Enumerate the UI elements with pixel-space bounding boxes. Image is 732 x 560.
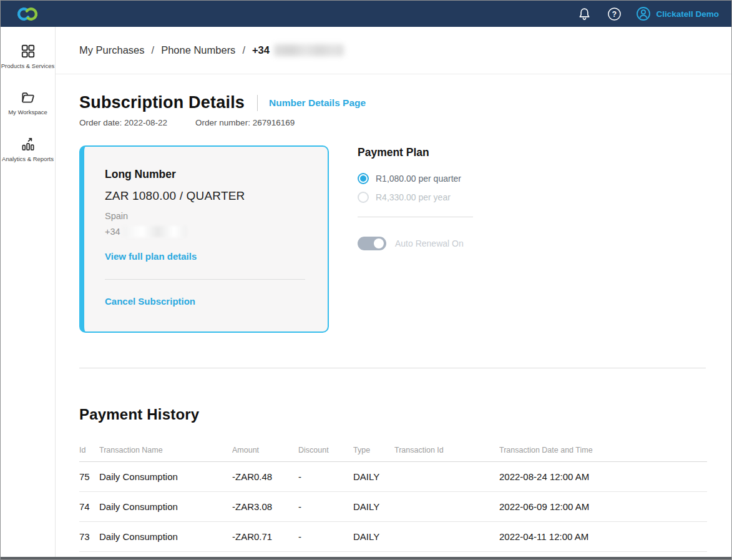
cell-discount: -	[298, 471, 353, 482]
payment-history-title: Payment History	[79, 406, 706, 423]
cell-type: DAILY	[353, 471, 394, 482]
breadcrumb: My Purchases / Phone Numbers / +34	[56, 27, 731, 74]
cell-date-time: 2022-04-11 12:00 AM	[499, 531, 707, 542]
cell-id: 73	[79, 531, 99, 542]
column-header-id: Id	[79, 446, 99, 454]
sidebar-item-my-workspace[interactable]: My Workspace	[1, 89, 55, 115]
order-number-label: Order number: 267916169	[195, 118, 295, 127]
table-header-row: Id Transaction Name Amount Discount Type…	[79, 446, 707, 462]
view-full-plan-details-link[interactable]: View full plan details	[105, 251, 197, 262]
column-header-discount: Discount	[298, 446, 353, 454]
plan-country: Spain	[105, 211, 305, 221]
card-divider	[105, 279, 305, 280]
account-menu[interactable]: Clickatell Demo	[636, 6, 719, 21]
column-header-type: Type	[353, 446, 394, 454]
payment-history-table: Id Transaction Name Amount Discount Type…	[79, 446, 707, 552]
svg-text:?: ?	[612, 9, 617, 18]
grid-icon	[20, 43, 36, 59]
cancel-subscription-link[interactable]: Cancel Subscription	[105, 296, 195, 307]
sidebar-item-products-services[interactable]: Products & Services	[1, 43, 55, 69]
clickatell-logo-icon[interactable]	[16, 6, 39, 22]
window-bottom-edge	[1, 557, 731, 559]
radio-unselected-icon[interactable]	[358, 192, 369, 203]
notifications-button[interactable]	[576, 6, 592, 22]
cell-date-time: 2022-06-09 12:00 AM	[499, 501, 707, 512]
cell-amount: -ZAR0.48	[232, 471, 298, 482]
column-header-transaction-id: Transaction Id	[394, 446, 499, 454]
plan-name: Long Number	[105, 168, 305, 181]
payment-plan-title: Payment Plan	[358, 146, 482, 159]
table-row: 74 Daily Consumption -ZAR3.08 - DAILY 20…	[79, 492, 707, 522]
plan-phone-number: +34	[105, 226, 305, 237]
cell-transaction-name: Daily Consumption	[99, 531, 232, 542]
top-navbar: ? Clickatell Demo	[1, 1, 731, 27]
payment-plan-section: Payment Plan R1,080.00 per quarter R4,33…	[358, 145, 482, 333]
title-divider	[257, 95, 258, 111]
cell-transaction-name: Daily Consumption	[99, 501, 232, 512]
cell-type: DAILY	[353, 501, 394, 512]
page-title: Subscription Details	[79, 93, 245, 112]
sidebar-item-label: Analytics & Reports	[2, 156, 54, 162]
cell-id: 74	[79, 501, 99, 512]
radio-selected-icon[interactable]	[358, 173, 369, 184]
breadcrumb-separator: /	[152, 44, 155, 56]
main-content: My Purchases / Phone Numbers / +34 Subsc…	[56, 27, 731, 560]
cell-amount: -ZAR0.71	[232, 531, 298, 542]
plan-option-quarterly[interactable]: R1,080.00 per quarter	[358, 173, 482, 184]
plan-option-yearly[interactable]: R4,330.00 per year	[358, 192, 482, 203]
sidebar: Products & Services My Workspace Analyti…	[1, 27, 56, 560]
question-mark-icon: ?	[607, 7, 622, 21]
cell-discount: -	[298, 501, 353, 512]
table-row: 73 Daily Consumption -ZAR0.71 - DAILY 20…	[79, 522, 707, 552]
sidebar-item-analytics-reports[interactable]: Analytics & Reports	[1, 136, 55, 162]
bar-chart-icon	[20, 136, 36, 152]
app-window: ? Clickatell Demo Products & Servi	[0, 0, 732, 560]
cell-date-time: 2022-08-24 12:00 AM	[499, 471, 707, 482]
column-header-amount: Amount	[232, 446, 298, 454]
auto-renewal-toggle[interactable]	[358, 237, 386, 250]
section-divider	[79, 368, 706, 368]
plan-option-label: R4,330.00 per year	[376, 192, 451, 202]
column-header-transaction-name: Transaction Name	[99, 446, 232, 454]
bell-icon	[577, 7, 592, 21]
breadcrumb-my-purchases[interactable]: My Purchases	[79, 44, 145, 56]
breadcrumb-separator: /	[242, 44, 245, 56]
redacted-phone-number	[123, 226, 187, 237]
auto-renewal-row: Auto Renewal On	[358, 237, 482, 250]
table-row: 75 Daily Consumption -ZAR0.48 - DAILY 20…	[79, 462, 707, 492]
cell-transaction-name: Daily Consumption	[99, 471, 232, 482]
user-name-label: Clickatell Demo	[656, 9, 719, 19]
breadcrumb-current-number: +34	[252, 44, 344, 56]
auto-renewal-label: Auto Renewal On	[395, 238, 464, 248]
cell-type: DAILY	[353, 531, 394, 542]
cell-discount: -	[298, 531, 353, 542]
order-date-label: Order date: 2022-08-22	[79, 118, 167, 127]
breadcrumb-phone-numbers[interactable]: Phone Numbers	[161, 44, 235, 56]
payment-plan-divider	[358, 217, 473, 217]
column-header-date-time: Transaction Date and Time	[499, 446, 707, 454]
avatar-icon	[636, 6, 651, 21]
cell-id: 75	[79, 471, 99, 482]
plan-option-label: R1,080.00 per quarter	[376, 174, 461, 184]
number-details-page-link[interactable]: Number Details Page	[269, 97, 366, 109]
sidebar-item-label: My Workspace	[8, 109, 47, 115]
redacted-phone-number	[274, 44, 344, 56]
plan-price: ZAR 1080.00 / QUARTER	[105, 189, 305, 203]
sidebar-item-label: Products & Services	[1, 63, 55, 69]
folder-icon	[20, 89, 36, 106]
cell-amount: -ZAR3.08	[232, 501, 298, 512]
subscription-plan-card: Long Number ZAR 1080.00 / QUARTER Spain …	[79, 145, 329, 333]
help-button[interactable]: ?	[606, 6, 622, 22]
